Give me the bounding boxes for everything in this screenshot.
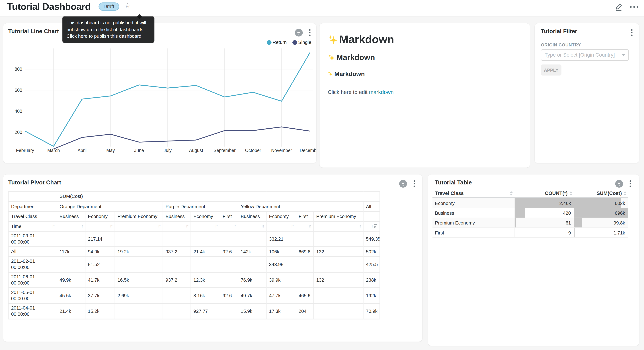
pivot-cell [163,231,191,247]
svg-text:April: April [78,148,86,153]
legend-item-single[interactable]: Single [292,40,311,45]
legend-item-return[interactable]: Return [267,40,287,45]
pivot-cell: 937.2 [163,272,191,288]
svg-text:July: July [164,148,172,153]
column-header-count[interactable]: COUNT(*) [515,190,574,196]
pivot-column-header: Business [238,211,266,221]
pivot-cell: 76.9k [238,272,266,288]
sort-icon[interactable]: ↓↑ [158,224,160,228]
cell-count: 9 [515,228,574,238]
pivot-cell: 47.7k [266,288,296,303]
filter-field-label: ORIGIN COUNTRY [541,42,581,47]
svg-text:September: September [214,148,236,153]
column-header-sum-cost[interactable]: SUM(Cost) [574,190,628,196]
pivot-cell: 16.5k [115,272,163,288]
sort-icon[interactable]: ↓↑ [261,224,264,228]
pivot-table: SUM(Cost)DepartmentOrange DepartmentPurp… [8,191,380,319]
pivot-cell [220,272,238,288]
status-badge[interactable]: Draft [98,2,119,11]
markdown-card: Markdown Markdown Markdown Click here to… [320,24,530,168]
pivot-cell [238,231,266,247]
pivot-cell: 238k [363,272,380,288]
pivot-cell: 39.9k [266,272,296,288]
pivot-cell: 41.7k [85,272,115,288]
favorite-star-icon[interactable]: ☆ [124,1,131,10]
table-row: Premium Economy6199.8k [432,218,628,228]
table-title: Tutorial Table [435,179,472,186]
sort-icon[interactable]: ↓↑ [52,224,54,228]
table-header-row: Travel Class COUNT(*) SUM(Cost) [432,189,628,198]
pivot-data-row: 2011-04-0100:00:0021.4k15.2k927.7715.9k1… [8,303,380,319]
pivot-kebab-menu-icon[interactable] [412,179,416,188]
table-card: Tutorial Table Travel Class COUNT(*) SUM… [428,174,639,346]
pivot-cell: 70.9k [363,303,380,319]
markdown-paragraph: Click here to edit markdown [328,89,523,95]
pivot-cell [115,256,163,272]
cross-filter-icon[interactable] [399,180,407,188]
pivot-cell: 92.6 [220,247,238,256]
pivot-cell: 142k [238,247,266,256]
column-header-travel-class[interactable]: Travel Class [432,190,515,196]
pivot-group-row: DepartmentOrange DepartmentPurple Depart… [8,201,380,211]
pivot-cell [296,256,314,272]
sort-icon[interactable]: ↓↑ [308,224,311,228]
pivot-column-header: Economy [85,211,115,221]
sort-icon[interactable]: ↓↑ [233,224,236,228]
sort-icon[interactable]: ↓↑ [215,224,217,228]
filter-card: Tutorial Filter ORIGIN COUNTRY Type or S… [535,24,639,163]
cell-travel-class: Economy [432,198,515,208]
sort-descending-icon[interactable]: ↓ [371,224,377,228]
edit-markdown-link[interactable]: markdown [369,89,394,95]
cross-filter-icon[interactable] [294,29,302,36]
pivot-column-header: Business [57,211,85,221]
more-menu-icon[interactable] [630,2,638,12]
svg-text:200: 200 [15,130,22,135]
svg-text:800: 800 [15,66,22,72]
pivot-row-label: All [8,247,57,256]
pivot-row-dimension-header: Travel Class [8,211,57,221]
chart-kebab-menu-icon[interactable] [308,28,311,37]
pivot-cell: 332.21 [266,231,296,247]
pivot-title: Tutorial Pivot Chart [8,179,61,186]
pivot-cell [163,303,191,319]
cell-sum-cost: 602k [574,198,628,208]
pivot-group-header: All [363,201,380,211]
sort-icon[interactable]: ↓↑ [110,224,112,228]
sort-icon[interactable] [510,191,513,196]
svg-text:December: December [300,148,316,153]
cross-filter-icon[interactable] [615,180,623,188]
cell-travel-class: Business [432,208,515,218]
cell-travel-class: First [432,228,515,238]
pivot-cell: 549.35 [363,231,380,247]
svg-text:February: February [16,148,34,153]
table-row: Economy2.46k602k [432,198,628,208]
apply-button[interactable]: APPLY [541,64,562,76]
pivot-cell: 15.9k [238,303,266,319]
table-kebab-menu-icon[interactable] [628,179,632,188]
pivot-column-header: Economy [191,211,220,221]
svg-text:March: March [47,148,60,153]
pivot-cell [57,231,85,247]
pivot-cell: 217.14 [85,231,115,247]
sort-icon[interactable] [624,191,627,196]
edit-dashboard-icon[interactable] [614,2,624,12]
origin-country-select[interactable]: Type or Select [Origin Country] [541,49,629,61]
pivot-cell: 425.5 [363,256,380,272]
sort-icon[interactable]: ↓↑ [186,224,188,228]
cell-count: 61 [515,218,574,228]
sort-icon[interactable] [569,191,572,196]
pivot-column-header: First [296,211,314,221]
pivot-cell [57,256,85,272]
line-chart-plot[interactable]: 200400600800FebruaryMarchAprilMayJuneJul… [3,46,316,159]
filter-kebab-menu-icon[interactable] [630,28,633,37]
pivot-cell [314,231,363,247]
sort-icon[interactable]: ↓↑ [80,224,82,228]
svg-text:June: June [134,148,144,153]
sort-icon[interactable]: ↓↑ [291,224,293,228]
markdown-content[interactable]: Markdown Markdown Markdown Click here to… [328,33,523,95]
pivot-row-label: 2011-05-0100:00:00 [8,288,57,303]
pivot-cell [314,303,363,319]
sort-icon[interactable]: ↓↑ [358,224,361,228]
pivot-cell: 132 [314,247,363,256]
pivot-row-label: 2011-03-0100:00:00 [8,231,57,247]
